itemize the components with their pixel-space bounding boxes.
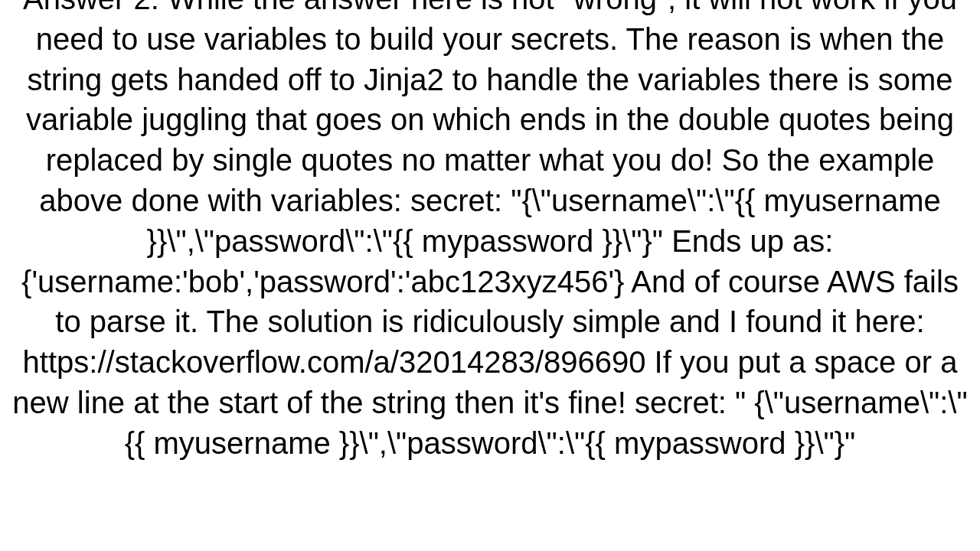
answer-body-text: Answer 2: While the answer here is not "… (0, 0, 980, 464)
